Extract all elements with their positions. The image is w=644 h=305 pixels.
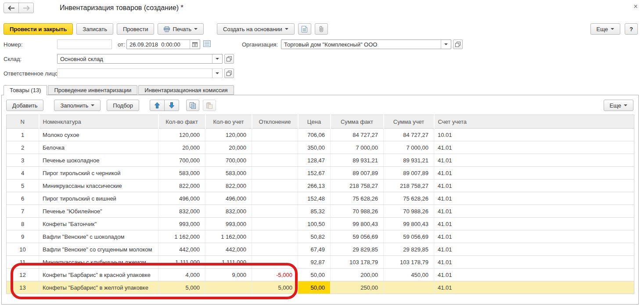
cell-deviation[interactable] xyxy=(252,205,298,218)
organization-open-button[interactable] xyxy=(453,39,463,49)
cell-nomenclature[interactable]: Конфеты "Барбарис" в красной упаковке xyxy=(39,269,158,281)
cell-account[interactable]: 41.01 xyxy=(434,154,634,167)
col-header-sum-fact[interactable]: Сумма факт xyxy=(331,115,384,129)
cell-account[interactable]: 41.01 xyxy=(434,192,634,205)
cell-nomenclature[interactable]: Пирог тирольский с черникой xyxy=(39,167,158,179)
table-more-button[interactable]: Еще xyxy=(604,100,633,111)
cell-row-number[interactable]: 3 xyxy=(7,154,39,167)
table-row[interactable]: 6 Пирог тирольский с вишней 496,000 496,… xyxy=(7,192,634,205)
cell-deviation[interactable] xyxy=(252,192,298,205)
warehouse-input[interactable]: Основной склад xyxy=(57,54,223,64)
cell-sum-acc[interactable]: 89 007,89 xyxy=(384,167,434,179)
cell-qty-fact[interactable]: 822,000 xyxy=(158,179,205,192)
cell-sum-fact[interactable]: 59 056,69 xyxy=(331,230,384,243)
cell-sum-fact[interactable]: 218 758,27 xyxy=(331,179,384,192)
cell-deviation[interactable] xyxy=(252,154,298,167)
forward-button[interactable] xyxy=(18,3,34,13)
add-row-button[interactable]: Добавить xyxy=(6,100,43,111)
post-and-close-button[interactable]: Провести и закрыть xyxy=(4,23,73,35)
responsible-dropdown-button[interactable] xyxy=(212,69,222,78)
cell-account[interactable]: 41.01 xyxy=(434,167,634,179)
cell-row-number[interactable]: 13 xyxy=(7,281,39,294)
cell-account[interactable]: 41.01 xyxy=(434,243,634,256)
cell-sum-acc[interactable]: 59 056,69 xyxy=(384,230,434,243)
cell-sum-acc[interactable] xyxy=(384,281,434,294)
cell-sum-acc[interactable]: 99 800,43 xyxy=(384,218,434,230)
organization-dropdown-button[interactable] xyxy=(441,40,451,49)
cell-qty-fact[interactable]: 1 111,000 xyxy=(158,256,205,269)
cell-nomenclature[interactable]: Пирог тирольский с вишней xyxy=(39,192,158,205)
cell-row-number[interactable]: 11 xyxy=(7,256,39,269)
cell-account[interactable]: 41.01 xyxy=(434,281,634,294)
cell-price[interactable]: 50,00 xyxy=(298,281,331,294)
tab-goods[interactable]: Товары (13) xyxy=(4,85,47,95)
cell-nomenclature[interactable]: Конфеты "Барбарис" в желтой упаковке xyxy=(39,281,158,294)
close-icon[interactable]: × xyxy=(632,3,640,11)
table-row[interactable]: 10 Вафли "Венские" со сгущенным молоком … xyxy=(7,243,634,256)
save-button[interactable]: Записать xyxy=(76,23,113,35)
cell-qty-acc[interactable]: 700,000 xyxy=(205,154,252,167)
reports-button[interactable] xyxy=(298,23,311,35)
cell-account[interactable]: 41.01 xyxy=(434,179,634,192)
table-row[interactable]: 13 Конфеты "Барбарис" в желтой упаковке … xyxy=(7,281,634,294)
cell-account[interactable]: 41.01 xyxy=(434,269,634,281)
table-row[interactable]: 8 Конфеты "Батончик" 993,000 993,000 100… xyxy=(7,218,634,230)
fill-button[interactable]: Заполнить xyxy=(54,100,101,111)
journal-list-icon[interactable] xyxy=(203,40,211,47)
cell-row-number[interactable]: 2 xyxy=(7,141,39,154)
tab-inventory-commission[interactable]: Инвентаризационная комиссия xyxy=(138,85,234,95)
cell-qty-acc[interactable]: 832,000 xyxy=(205,205,252,218)
table-row[interactable]: 4 Пирог тирольский с черникой 583,000 58… xyxy=(7,167,634,179)
cell-sum-fact[interactable]: 75 628,26 xyxy=(331,192,384,205)
cell-qty-fact[interactable]: 5,000 xyxy=(158,281,205,294)
cell-nomenclature[interactable]: Вафли "Венские" с шоколадом xyxy=(39,230,158,243)
col-header-price[interactable]: Цена xyxy=(298,115,331,129)
cell-sum-acc[interactable]: 75 628,26 xyxy=(384,192,434,205)
responsible-input[interactable] xyxy=(57,68,223,78)
cell-qty-acc[interactable]: 1 162,000 xyxy=(205,230,252,243)
cell-qty-acc[interactable]: 20,000 xyxy=(205,141,252,154)
cell-sum-acc[interactable]: 450,00 xyxy=(384,269,434,281)
cell-qty-fact[interactable]: 583,000 xyxy=(158,167,205,179)
cell-sum-fact[interactable]: 99 800,43 xyxy=(331,218,384,230)
cell-qty-acc[interactable]: 442,000 xyxy=(205,243,252,256)
cell-sum-fact[interactable]: 84 727,27 xyxy=(331,129,384,141)
table-row[interactable]: 3 Печенье шоколадное 700,000 700,000 128… xyxy=(7,154,634,167)
cell-qty-acc[interactable]: 583,000 xyxy=(205,167,252,179)
table-row[interactable]: 11 Миникруассаны с клубничным джемом 1 1… xyxy=(7,256,634,269)
more-button[interactable]: Еще xyxy=(590,23,620,35)
cell-qty-acc[interactable]: 1 111,000 xyxy=(205,256,252,269)
cell-sum-fact[interactable]: 103 178,79 xyxy=(331,256,384,269)
cell-qty-acc[interactable]: 993,000 xyxy=(205,218,252,230)
cell-row-number[interactable]: 7 xyxy=(7,205,39,218)
col-header-qty-fact[interactable]: Кол-во факт xyxy=(158,115,205,129)
cell-deviation[interactable] xyxy=(252,230,298,243)
table-row[interactable]: 9 Вафли "Венские" с шоколадом 1 162,000 … xyxy=(7,230,634,243)
cell-sum-fact[interactable]: 70 988,26 xyxy=(331,205,384,218)
cell-price[interactable]: 50,82 xyxy=(298,230,331,243)
cell-qty-fact[interactable]: 832,000 xyxy=(158,205,205,218)
cell-qty-fact[interactable]: 993,000 xyxy=(158,218,205,230)
cell-qty-acc[interactable] xyxy=(205,281,252,294)
cell-row-number[interactable]: 12 xyxy=(7,269,39,281)
cell-sum-acc[interactable]: 89 931,21 xyxy=(384,154,434,167)
cell-sum-fact[interactable]: 250,00 xyxy=(331,281,384,294)
cell-row-number[interactable]: 5 xyxy=(7,179,39,192)
cell-deviation[interactable] xyxy=(252,256,298,269)
col-header-nomenclature[interactable]: Номенклатура xyxy=(39,115,158,129)
cell-deviation[interactable] xyxy=(252,179,298,192)
date-input[interactable]: 26.09.2018 0:00:00 xyxy=(126,39,200,49)
cell-account[interactable]: 41.01 xyxy=(434,141,634,154)
copy-rows-button[interactable] xyxy=(186,100,199,111)
cell-qty-fact[interactable]: 442,000 xyxy=(158,243,205,256)
print-button[interactable]: Печать xyxy=(158,23,204,35)
cell-row-number[interactable]: 1 xyxy=(7,129,39,141)
warehouse-open-button[interactable] xyxy=(224,54,234,64)
cell-nomenclature[interactable]: Белочка xyxy=(39,141,158,154)
cell-sum-acc[interactable]: 84 727,27 xyxy=(384,129,434,141)
cell-qty-acc[interactable]: 120,000 xyxy=(205,129,252,141)
cell-nomenclature[interactable]: Конфеты "Батончик" xyxy=(39,218,158,230)
cell-price[interactable]: 128,47 xyxy=(298,154,331,167)
cell-qty-fact[interactable]: 1 162,000 xyxy=(158,230,205,243)
cell-qty-acc[interactable]: 822,000 xyxy=(205,179,252,192)
